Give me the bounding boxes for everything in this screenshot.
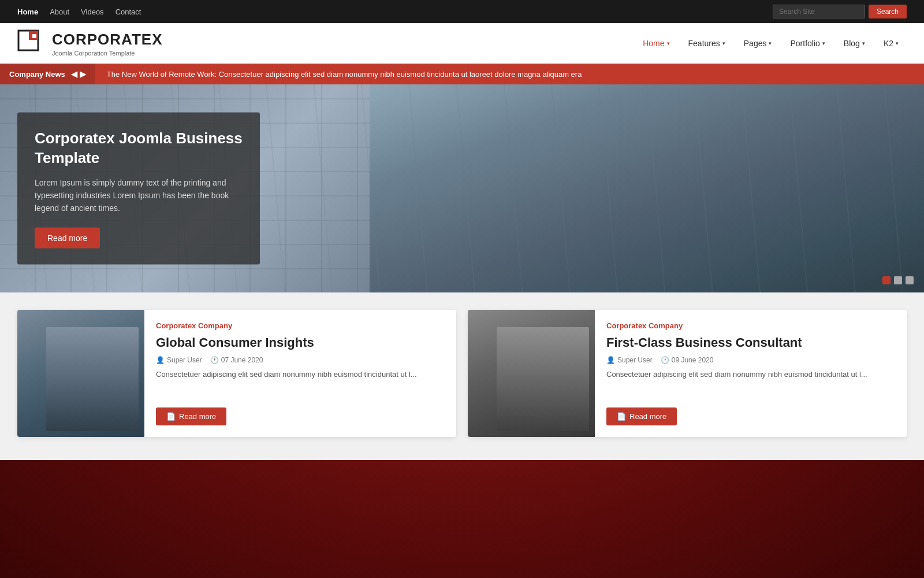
card-1-title: Global Consumer Insights <box>156 335 417 351</box>
ticker-prev-arrow[interactable]: ◀ <box>71 69 77 79</box>
slider-dots <box>882 276 914 284</box>
search-input[interactable] <box>773 5 865 18</box>
card-1-read-more-button[interactable]: 📄 Read more <box>156 407 226 425</box>
cards-row: Corporatex Company Global Consumer Insig… <box>17 310 907 437</box>
ticker-text: The New World of Remote Work: Consectetu… <box>95 70 594 79</box>
card-1: Corporatex Company Global Consumer Insig… <box>17 310 456 437</box>
card-2-date: 🕐 09 June 2020 <box>661 356 714 364</box>
card-2-body: Corporatex Company First-Class Business … <box>595 310 879 437</box>
news-ticker: Company News ◀ ▶ The New World of Remote… <box>0 64 924 84</box>
ticker-arrows: ◀ ▶ <box>71 69 86 79</box>
logo-area: Corporatex Joomla Corporation Template <box>17 29 163 57</box>
file-icon: 📄 <box>166 412 176 421</box>
clock-icon: 🕐 <box>210 356 219 364</box>
topnav-about[interactable]: About <box>50 8 69 16</box>
card-1-image <box>17 310 144 437</box>
slider-dot-1[interactable] <box>882 276 891 284</box>
mainnav-features[interactable]: Features ▾ <box>680 34 733 53</box>
top-navigation: Home About Videos Contact <box>17 8 141 16</box>
ticker-label: Company News ◀ ▶ <box>0 64 95 84</box>
topnav-home[interactable]: Home <box>17 8 38 16</box>
hero-description: Lorem Ipsum is simply dummy text of the … <box>35 176 243 214</box>
hero-read-more-button[interactable]: Read more <box>35 227 100 248</box>
card-1-author: 👤 Super User <box>156 356 202 364</box>
file-icon: 📄 <box>617 412 626 421</box>
mainnav-k2[interactable]: K2 ▾ <box>875 34 907 53</box>
main-navigation: Home ▾ Features ▾ Pages ▾ Portfolio ▾ Bl… <box>635 34 907 53</box>
topnav-videos[interactable]: Videos <box>81 8 104 16</box>
search-button[interactable]: Search <box>869 5 907 18</box>
card-2-excerpt: Consectetuer adipiscing elit sed diam no… <box>606 369 867 398</box>
mainnav-home[interactable]: Home ▾ <box>635 34 677 53</box>
card-1-category: Corporatex Company <box>156 321 417 330</box>
card-2-category: Corporatex Company <box>606 321 867 330</box>
logo-icon <box>17 29 45 57</box>
card-1-meta: 👤 Super User 🕐 07 June 2020 <box>156 356 417 364</box>
logo-title: Corporatex <box>52 31 163 49</box>
content-area: Corporatex Company Global Consumer Insig… <box>0 292 924 460</box>
chevron-down-icon: ▾ <box>722 40 725 46</box>
mainnav-portfolio[interactable]: Portfolio ▾ <box>782 34 833 53</box>
search-bar: Search <box>773 5 907 18</box>
card-2-author: 👤 Super User <box>606 356 653 364</box>
card-1-date: 🕐 07 June 2020 <box>210 356 263 364</box>
chevron-down-icon: ▾ <box>896 40 899 46</box>
header: Corporatex Joomla Corporation Template H… <box>0 23 924 64</box>
slider-dot-3[interactable] <box>906 276 914 284</box>
chevron-down-icon: ▾ <box>769 40 772 46</box>
ticker-next-arrow[interactable]: ▶ <box>80 69 86 79</box>
chevron-down-icon: ▾ <box>822 40 825 46</box>
card-2-meta: 👤 Super User 🕐 09 June 2020 <box>606 356 867 364</box>
logo-text: Corporatex Joomla Corporation Template <box>52 31 163 57</box>
chevron-down-icon: ▾ <box>667 40 670 46</box>
clock-icon: 🕐 <box>661 356 669 364</box>
user-icon: 👤 <box>156 356 165 364</box>
card-2-image <box>468 310 595 437</box>
mainnav-blog[interactable]: Blog ▾ <box>836 34 873 53</box>
card-1-excerpt: Consectetuer adipiscing elit sed diam no… <box>156 369 417 398</box>
slider-dot-2[interactable] <box>894 276 902 284</box>
topnav-contact[interactable]: Contact <box>116 8 141 16</box>
card-1-body: Corporatex Company Global Consumer Insig… <box>144 310 429 437</box>
mainnav-pages[interactable]: Pages ▾ <box>736 34 780 53</box>
hero-section: Corporatex Joomla Business Template Lore… <box>0 84 924 292</box>
card-2-title: First-Class Business Consultant <box>606 335 867 351</box>
hero-overlay: Corporatex Joomla Business Template Lore… <box>17 113 260 265</box>
hero-title: Corporatex Joomla Business Template <box>35 129 243 168</box>
card-2: Corporatex Company First-Class Business … <box>468 310 907 437</box>
svg-rect-3 <box>32 34 36 38</box>
user-icon: 👤 <box>606 356 615 364</box>
card-2-read-more-button[interactable]: 📄 Read more <box>606 407 677 425</box>
chevron-down-icon: ▾ <box>862 40 865 46</box>
top-bar: Home About Videos Contact Search <box>0 0 924 23</box>
logo-subtitle: Joomla Corporation Template <box>52 50 163 57</box>
